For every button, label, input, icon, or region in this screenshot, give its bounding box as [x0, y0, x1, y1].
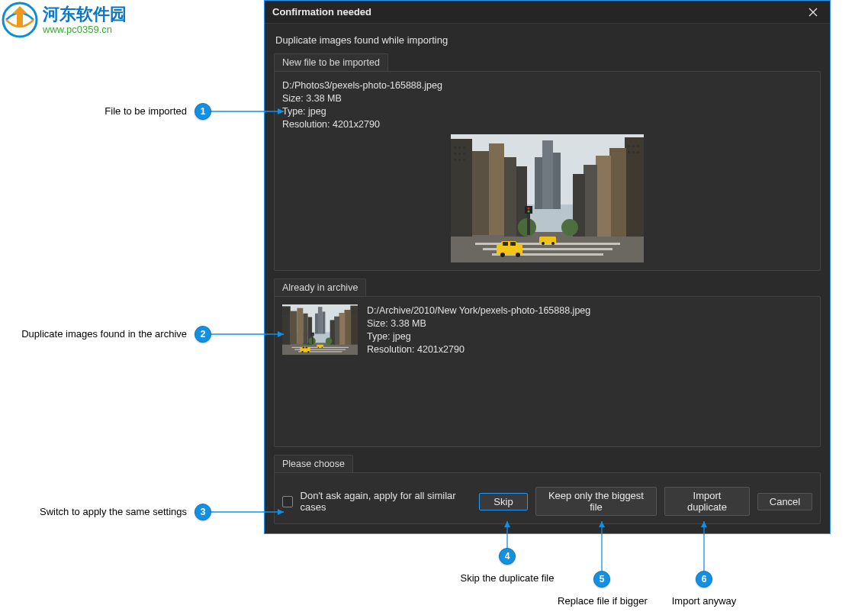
import-duplicate-button[interactable]: Import duplicate — [664, 487, 750, 516]
callout-5-badge: 5 — [593, 571, 610, 588]
archive-panel: D:/Archive/2010/New York/pexels-photo-16… — [274, 296, 821, 447]
dialog-title: Confirmation needed — [272, 6, 799, 18]
confirmation-dialog: Confirmation needed Duplicate images fou… — [264, 0, 831, 534]
callout-6-badge: 6 — [696, 571, 712, 588]
close-button[interactable] — [799, 2, 827, 22]
callout-3-badge: 3 — [194, 504, 211, 520]
archive-size: Size: 3.38 MB — [367, 317, 590, 330]
newfile-size: Size: 3.38 MB — [282, 92, 812, 105]
cancel-button[interactable]: Cancel — [757, 493, 812, 510]
action-panel: Don't ask again, apply for all similar c… — [274, 472, 821, 524]
skip-button[interactable]: Skip — [479, 493, 528, 510]
callout-1-text: File to be imported — [61, 105, 187, 117]
action-section-label: Please choose — [274, 455, 353, 472]
newfile-panel: D:/Photos3/pexels-photo-165888.jpeg Size… — [274, 71, 821, 271]
callout-1-badge: 1 — [194, 103, 211, 120]
archive-section-label: Already in archive — [274, 279, 366, 296]
callout-2-badge: 2 — [194, 326, 211, 343]
keep-biggest-button[interactable]: Keep only the biggest file — [535, 487, 657, 516]
callout-4-text: Skip the duplicate file — [454, 572, 561, 584]
dialog-headline: Duplicate images found while importing — [275, 34, 819, 46]
newfile-resolution: Resolution: 4201x2790 — [282, 118, 812, 131]
titlebar: Confirmation needed — [265, 1, 830, 24]
watermark: 河东软件园 www.pc0359.cn — [2, 2, 127, 38]
archive-path: D:/Archive/2010/New York/pexels-photo-16… — [367, 304, 590, 317]
archive-thumbnail — [282, 304, 358, 355]
newfile-preview-image — [451, 134, 644, 262]
watermark-url: www.pc0359.cn — [43, 24, 127, 35]
callout-3-text: Switch to apply the same settings — [23, 506, 187, 517]
dont-ask-checkbox[interactable] — [282, 496, 293, 507]
archive-item: D:/Archive/2010/New York/pexels-photo-16… — [282, 304, 812, 356]
watermark-title: 河东软件园 — [43, 5, 127, 24]
callout-4-badge: 4 — [499, 548, 516, 565]
callout-5-text: Replace file if bigger — [545, 595, 660, 607]
close-icon — [808, 7, 818, 18]
newfile-section-label: New file to be imported — [274, 53, 388, 71]
callout-6-text: Import anyway — [662, 595, 746, 607]
callout-2-text: Duplicate images found in the archive — [0, 328, 187, 340]
archive-type: Type: jpeg — [367, 330, 590, 343]
dont-ask-label: Don't ask again, apply for all similar c… — [301, 490, 464, 513]
newfile-path: D:/Photos3/pexels-photo-165888.jpeg — [282, 79, 812, 92]
archive-resolution: Resolution: 4201x2790 — [367, 343, 590, 356]
newfile-type: Type: jpeg — [282, 105, 812, 118]
watermark-globe-icon — [2, 2, 38, 38]
